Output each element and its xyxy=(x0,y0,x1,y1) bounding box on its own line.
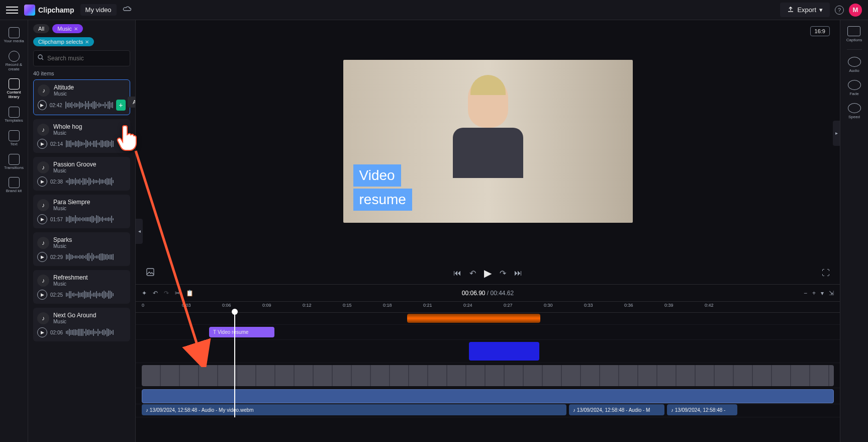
zoom-in-button[interactable]: + xyxy=(812,290,816,297)
library-icon xyxy=(9,78,20,90)
track-category: Music xyxy=(53,168,96,173)
brand-kit-icon xyxy=(9,177,20,188)
music-track-item[interactable]: ♪ Next Go Around Music ▶ 02:06 xyxy=(33,308,130,341)
track-category: Music xyxy=(53,319,96,324)
play-button[interactable]: ▶ xyxy=(484,267,492,279)
clip-main-video[interactable] xyxy=(142,365,834,386)
templates-icon xyxy=(9,107,20,118)
close-icon[interactable]: ✕ xyxy=(85,39,89,45)
rail-audio[interactable]: Audio xyxy=(848,57,861,73)
annotation-pointer-hand xyxy=(116,123,141,159)
ruler-tick: 0:18 xyxy=(383,302,423,312)
panel-collapse-right[interactable]: ▸ xyxy=(833,121,840,146)
rail-transitions[interactable]: Transitions xyxy=(2,151,26,173)
export-label: Export xyxy=(797,6,816,14)
music-note-icon: ♪ xyxy=(37,275,49,287)
track-play-button[interactable]: ▶ xyxy=(37,176,47,187)
add-to-timeline-tooltip: Add to timeline xyxy=(128,97,136,108)
track-duration: 02:25 xyxy=(50,292,63,298)
clip-blue-overlay[interactable] xyxy=(469,342,539,361)
fit-timeline-button[interactable]: ⇲ xyxy=(829,290,834,297)
track-waveform xyxy=(66,290,126,299)
add-to-timeline-button[interactable]: + xyxy=(116,100,126,111)
track-play-button[interactable]: ▶ xyxy=(37,214,47,224)
rail-captions[interactable]: Captions xyxy=(846,26,862,42)
rail-your-media[interactable]: Your media xyxy=(2,24,26,47)
track-duration: 01:57 xyxy=(50,217,63,222)
video-preview[interactable]: Video resume xyxy=(343,60,633,223)
left-nav-rail: Your media Record & create Content libra… xyxy=(0,20,28,442)
rail-brand-kit[interactable]: Brand kit xyxy=(2,174,26,197)
close-icon[interactable]: ✕ xyxy=(74,26,78,32)
menu-button[interactable] xyxy=(6,4,18,16)
app-name: Clipchamp xyxy=(38,6,74,14)
timeline-options-button[interactable]: ▾ xyxy=(821,290,824,297)
item-count: 40 items xyxy=(33,70,130,76)
right-properties-rail: Captions Audio Fade Speed xyxy=(840,20,868,442)
search-field[interactable] xyxy=(47,55,126,62)
track-category: Music xyxy=(53,130,82,136)
clip-audio-waveform[interactable] xyxy=(142,389,834,403)
clip-fire-overlay[interactable] xyxy=(407,314,540,323)
chevron-down-icon: ▾ xyxy=(819,6,823,14)
zoom-out-button[interactable]: − xyxy=(804,290,807,297)
filter-all[interactable]: All xyxy=(33,24,49,33)
filter-music[interactable]: Music✕ xyxy=(52,24,83,33)
track-category: Music xyxy=(53,243,72,249)
track-title: Sparks xyxy=(53,236,72,243)
search-music-input[interactable] xyxy=(33,50,130,66)
rail-record-create[interactable]: Record & create xyxy=(2,48,26,75)
clip-audio-1[interactable]: ♪ 13/09/2024, 12:58:48 - Audio - My vide… xyxy=(142,404,566,415)
annotation-arrow xyxy=(131,146,221,367)
rail-fade[interactable]: Fade xyxy=(848,80,861,96)
track-play-button[interactable]: ▶ xyxy=(37,252,47,262)
media-icon xyxy=(9,27,20,38)
user-avatar[interactable]: M xyxy=(849,4,862,17)
track-category: Music xyxy=(53,281,88,287)
project-title[interactable]: My video xyxy=(80,4,117,16)
rail-content-library[interactable]: Content library xyxy=(2,75,26,103)
music-track-item[interactable]: ♪ Altitude Music ▶ 02:42 + xyxy=(33,79,130,115)
track-waveform xyxy=(66,252,126,261)
track-play-button[interactable]: ▶ xyxy=(37,139,47,149)
aspect-ratio-button[interactable]: 16:9 xyxy=(810,26,830,36)
skip-forward-button[interactable]: ⏭ xyxy=(514,269,522,278)
forward-5-button[interactable]: ↷ xyxy=(500,269,506,278)
clip-audio-3[interactable]: ♪ 13/09/2024, 12:58:48 - xyxy=(667,404,737,415)
music-track-item[interactable]: ♪ Refreshment Music ▶ 02:25 xyxy=(33,270,130,304)
track-play-button[interactable]: ▶ xyxy=(38,100,47,110)
music-note-icon: ♪ xyxy=(37,161,49,173)
video-subject xyxy=(443,77,533,188)
audio-icon xyxy=(848,57,861,67)
timeline-ruler[interactable]: 00:030:060:090:120:150:180:210:240:270:3… xyxy=(136,302,840,313)
music-track-item[interactable]: ♪ Sparks Music ▶ 02:29 xyxy=(33,232,130,266)
fullscreen-button[interactable]: ⛶ xyxy=(822,269,830,277)
sync-icon[interactable] xyxy=(123,6,132,15)
help-button[interactable]: ? xyxy=(835,6,844,15)
export-button[interactable]: Export ▾ xyxy=(780,3,830,17)
rail-templates[interactable]: Templates xyxy=(2,104,26,126)
track-play-button[interactable]: ▶ xyxy=(37,290,47,300)
playhead[interactable] xyxy=(234,313,235,417)
skip-back-button[interactable]: ⏮ xyxy=(453,269,461,278)
ruler-tick: 0:36 xyxy=(624,302,664,312)
ruler-tick: 0:06 xyxy=(222,302,262,312)
text-icon xyxy=(9,130,20,141)
timeline[interactable]: 00:030:060:090:120:150:180:210:240:270:3… xyxy=(136,301,840,442)
track-category: Music xyxy=(53,206,90,211)
music-note-icon: ♪ xyxy=(37,124,49,136)
ruler-tick: 0:21 xyxy=(423,302,463,312)
music-track-item[interactable]: ♪ Para Siempre Music ▶ 01:57 xyxy=(33,195,130,228)
rail-text[interactable]: Text xyxy=(2,127,26,150)
music-track-item[interactable]: ♪ Passion Groove Music ▶ 02:38 xyxy=(33,157,130,191)
filter-clipchamp-selects[interactable]: Clipchamp selects✕ xyxy=(33,37,94,46)
track-waveform xyxy=(65,101,113,110)
clip-audio-2[interactable]: ♪ 13/09/2024, 12:58:48 - Audio - M xyxy=(569,404,664,415)
rewind-5-button[interactable]: ↶ xyxy=(469,269,476,278)
track-play-button[interactable]: ▶ xyxy=(37,327,47,337)
rail-speed[interactable]: Speed xyxy=(848,103,861,119)
app-logo[interactable]: Clipchamp xyxy=(24,5,74,16)
music-panel: All Music✕ Clipchamp selects✕ 40 items ♪… xyxy=(28,20,136,442)
music-note-icon: ♪ xyxy=(573,407,575,413)
ruler-tick: 0:30 xyxy=(544,302,584,312)
